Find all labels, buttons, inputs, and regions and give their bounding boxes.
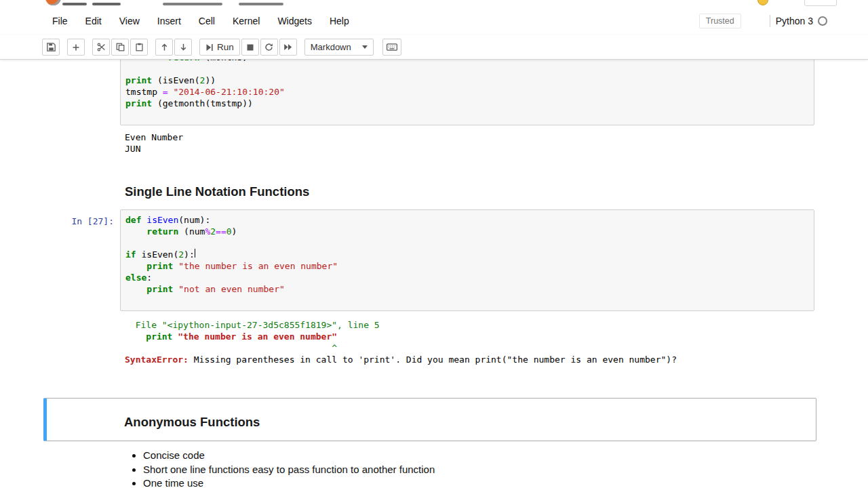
site-header-strip [0, 0, 868, 7]
kernel-name: Python 3 [776, 16, 813, 26]
add-cell-button[interactable] [67, 39, 85, 56]
run-button[interactable]: Run [199, 39, 240, 56]
input-prompt: In [27]: [45, 209, 120, 311]
output-area: Even Number JUN [43, 127, 816, 158]
notebook-area: return (months) print (isEven(2))tmstmp … [0, 10, 868, 488]
menu-widgets[interactable]: Widgets [269, 11, 321, 31]
output-line: JUN [125, 143, 814, 155]
cut-cell-button[interactable] [92, 39, 110, 56]
header-text-fragment [62, 3, 87, 5]
move-down-icon [179, 43, 188, 52]
save-icon [47, 43, 56, 52]
error-output-area: File "<ipython-input-27-3d5c855f1819>", … [43, 313, 816, 369]
markdown-content: Anonymous Functions [119, 400, 814, 439]
jupyter-logo[interactable] [45, 0, 61, 5]
section-heading: Anonymous Functions [124, 415, 814, 430]
markdown-prompt [48, 400, 119, 439]
move-cell-down-button[interactable] [174, 39, 192, 56]
restart-run-all-button[interactable] [279, 39, 297, 56]
logout-button[interactable] [804, 0, 837, 6]
error-traceback: File "<ipython-input-27-3d5c855f1819>", … [120, 315, 814, 367]
divider [770, 15, 770, 27]
markdown-cell-single-line[interactable]: Single Line Notation Functions [43, 158, 816, 207]
code-editor[interactable]: def isEven(num): return (num%2==0) if is… [120, 209, 814, 311]
cut-icon [97, 43, 106, 52]
paste-cell-button[interactable] [130, 39, 148, 56]
menu-file[interactable]: File [43, 11, 77, 31]
markdown-cell-bullets[interactable]: Concise code Short one line functions ea… [43, 441, 816, 488]
chevron-down-icon [362, 45, 368, 49]
trusted-badge[interactable]: Trusted [699, 14, 741, 28]
kernel-idle-icon [818, 16, 827, 26]
restart-kernel-button[interactable] [260, 39, 278, 56]
selected-markdown-cell[interactable]: Anonymous Functions [43, 398, 816, 441]
save-button[interactable] [42, 39, 60, 56]
markdown-prompt [45, 443, 120, 488]
run-label: Run [217, 42, 234, 52]
keyboard-icon [387, 43, 397, 51]
cell-type-value: Markdown [311, 42, 351, 52]
menu-kernel[interactable]: Kernel [224, 11, 269, 31]
markdown-prompt [45, 160, 120, 205]
interrupt-kernel-button[interactable] [241, 39, 259, 56]
output-text: Even Number JUN [120, 129, 814, 156]
cell-type-select[interactable]: Markdown [304, 39, 374, 56]
move-up-icon [160, 43, 169, 52]
section-heading: Single Line Notation Functions [125, 184, 814, 199]
move-cell-up-button[interactable] [155, 39, 173, 56]
run-icon [205, 43, 214, 52]
markdown-content: Concise code Short one line functions ea… [120, 443, 814, 488]
add-cell-icon [72, 43, 80, 52]
output-prompt [45, 315, 120, 367]
copy-icon [116, 43, 125, 52]
menu-insert[interactable]: Insert [149, 11, 190, 31]
output-prompt [45, 129, 120, 156]
output-line: Even Number [125, 131, 814, 143]
menubar-right: Trusted Python 3 [699, 14, 827, 28]
stop-icon [246, 43, 254, 52]
bullet-list: Concise code Short one line functions ea… [125, 449, 814, 488]
copy-cell-button[interactable] [111, 39, 129, 56]
restart-icon [264, 43, 273, 52]
restart-run-all-icon [283, 43, 292, 52]
menu-bar: File Edit View Insert Cell Kernel Widget… [0, 7, 868, 35]
markdown-content: Single Line Notation Functions [120, 160, 814, 205]
menu-view[interactable]: View [111, 11, 149, 31]
notebook-title-fragment [163, 3, 222, 5]
header-text-fragment [92, 3, 121, 5]
command-palette-button[interactable] [382, 39, 401, 56]
menu-edit[interactable]: Edit [77, 11, 111, 31]
code-cell-27: In [27]: def isEven(num): return (num%2=… [43, 207, 816, 313]
user-avatar [757, 0, 768, 5]
toolbar: Run Markdown [0, 35, 868, 60]
bullet-item: Concise code [143, 449, 814, 463]
menu-help[interactable]: Help [321, 11, 358, 31]
bullet-item: One time use [143, 476, 814, 488]
paste-icon [135, 43, 144, 52]
bullet-item: Short one line functions easy to pass fu… [143, 463, 814, 477]
menu-cell[interactable]: Cell [190, 11, 224, 31]
autosave-status-fragment [239, 3, 283, 5]
